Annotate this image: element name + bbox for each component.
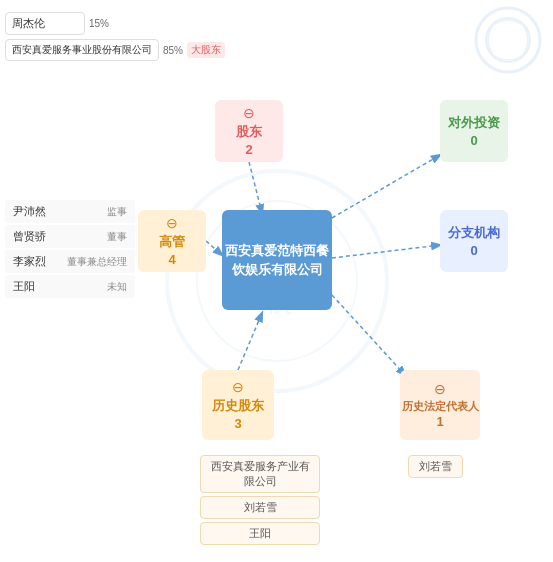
shareholder-node[interactable]: ⊖ 股东 2 [215, 100, 283, 162]
senior-count: 4 [168, 252, 175, 267]
hist-legal-1: 刘若雪 [408, 455, 463, 478]
hist-legal-node[interactable]: ⊖ 历史法定代表人 1 [400, 370, 480, 440]
person-role-3: 董事兼总经理 [67, 255, 127, 269]
person-name-1: 尹沛然 [13, 204, 46, 219]
center-company[interactable]: 西安真爱范特西餐饮娱乐有限公司 [222, 210, 332, 310]
investment-title: 对外投资 [448, 114, 500, 132]
svg-line-9 [332, 155, 440, 218]
person-role-1: 监事 [107, 205, 127, 219]
shareholder-badge-2: 大股东 [187, 42, 225, 58]
shareholder-name-1: 周杰伦 [5, 12, 85, 35]
shareholder-percent-2: 85% [163, 45, 183, 56]
shareholders-list: 周杰伦 15% 西安真爱服务事业股份有限公司 85% 大股东 [5, 12, 225, 65]
hist-legal-minus: ⊖ [434, 381, 446, 397]
investment-node[interactable]: 对外投资 0 [440, 100, 508, 162]
hist-sh-3: 王阳 [200, 522, 320, 545]
hist-shareholder-minus: ⊖ [232, 379, 244, 395]
svg-line-8 [238, 313, 262, 370]
shareholder-name-2: 西安真爱服务事业股份有限公司 [5, 39, 159, 61]
senior-minus: ⊖ [166, 215, 178, 231]
hist-shareholder-title: 历史股东 [212, 397, 264, 415]
svg-line-11 [332, 295, 405, 375]
svg-line-10 [332, 245, 440, 258]
svg-line-7 [206, 241, 222, 255]
hist-shareholder-node[interactable]: ⊖ 历史股东 3 [202, 370, 274, 440]
shareholder-title: 股东 [236, 123, 262, 141]
investment-count: 0 [470, 133, 477, 148]
shareholder-percent-1: 15% [89, 18, 109, 29]
person-item-1: 尹沛然 监事 [5, 200, 135, 223]
hist-sh-2: 刘若雪 [200, 496, 320, 519]
branch-node[interactable]: 分支机构 0 [440, 210, 508, 272]
hist-shareholders-list: 西安真爱服务产业有限公司 刘若雪 王阳 [200, 455, 320, 548]
person-role-2: 董事 [107, 230, 127, 244]
shareholder-count: 2 [245, 142, 252, 157]
hist-legal-count: 1 [436, 414, 443, 429]
hist-legal-persons-list: 刘若雪 [408, 455, 463, 478]
senior-node[interactable]: ⊖ 高管 4 [138, 210, 206, 272]
person-item-4: 王阳 未知 [5, 275, 135, 298]
person-item-2: 曾贤骄 董事 [5, 225, 135, 248]
person-item-3: 李家烈 董事兼总经理 [5, 250, 135, 273]
person-name-3: 李家烈 [13, 254, 46, 269]
shareholder-item: 周杰伦 15% [5, 12, 225, 35]
hist-legal-title: 历史法定代表人 [402, 399, 479, 414]
senior-title: 高管 [159, 233, 185, 251]
hist-sh-1: 西安真爱服务产业有限公司 [200, 455, 320, 493]
person-name-2: 曾贤骄 [13, 229, 46, 244]
people-list: 尹沛然 监事 曾贤骄 董事 李家烈 董事兼总经理 王阳 未知 [5, 200, 135, 300]
shareholder-minus: ⊖ [243, 105, 255, 121]
branch-title: 分支机构 [448, 224, 500, 242]
hist-shareholder-count: 3 [234, 416, 241, 431]
person-name-4: 王阳 [13, 279, 35, 294]
person-role-4: 未知 [107, 280, 127, 294]
shareholder-item-2: 西安真爱服务事业股份有限公司 85% 大股东 [5, 39, 225, 61]
svg-line-6 [249, 162, 262, 213]
branch-count: 0 [470, 243, 477, 258]
center-company-name: 西安真爱范特西餐饮娱乐有限公司 [222, 241, 332, 280]
